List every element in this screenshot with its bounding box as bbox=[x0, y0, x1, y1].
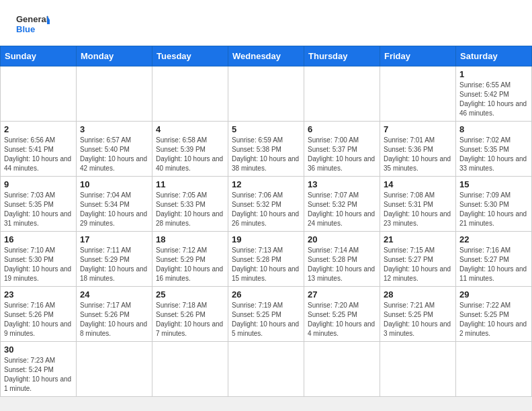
day-info: Sunrise: 6:56 AMSunset: 5:41 PMDaylight:… bbox=[4, 136, 73, 173]
day-number: 20 bbox=[308, 234, 376, 244]
day-number: 23 bbox=[4, 289, 73, 300]
day-info: Sunrise: 6:55 AMSunset: 5:42 PMDaylight:… bbox=[459, 81, 528, 118]
day-info: Sunrise: 7:15 AMSunset: 5:27 PMDaylight:… bbox=[384, 246, 452, 283]
calendar-cell: 27Sunrise: 7:20 AMSunset: 5:25 PMDayligh… bbox=[304, 287, 380, 342]
day-info: Sunrise: 7:07 AMSunset: 5:32 PMDaylight:… bbox=[308, 191, 376, 228]
calendar-cell: 10Sunrise: 7:04 AMSunset: 5:34 PMDayligh… bbox=[77, 177, 152, 232]
day-number: 11 bbox=[156, 179, 224, 189]
day-info: Sunrise: 7:17 AMSunset: 5:26 PMDaylight:… bbox=[80, 301, 148, 338]
calendar-cell: 30Sunrise: 7:23 AMSunset: 5:24 PMDayligh… bbox=[1, 342, 77, 397]
calendar-cell: 14Sunrise: 7:08 AMSunset: 5:31 PMDayligh… bbox=[380, 177, 456, 232]
day-info: Sunrise: 7:00 AMSunset: 5:37 PMDaylight:… bbox=[308, 136, 376, 173]
calendar-cell: 28Sunrise: 7:21 AMSunset: 5:25 PMDayligh… bbox=[380, 287, 456, 342]
day-number: 18 bbox=[156, 234, 224, 244]
day-number: 3 bbox=[80, 124, 148, 134]
day-number: 2 bbox=[4, 124, 73, 134]
calendar-cell bbox=[152, 66, 228, 122]
day-number: 28 bbox=[384, 289, 452, 300]
day-info: Sunrise: 7:13 AMSunset: 5:28 PMDaylight:… bbox=[232, 246, 300, 283]
calendar-cell bbox=[380, 66, 456, 122]
day-info: Sunrise: 7:01 AMSunset: 5:36 PMDaylight:… bbox=[384, 136, 452, 173]
day-info: Sunrise: 6:59 AMSunset: 5:38 PMDaylight:… bbox=[232, 136, 300, 173]
calendar-cell: 5Sunrise: 6:59 AMSunset: 5:38 PMDaylight… bbox=[228, 122, 304, 177]
day-info: Sunrise: 7:21 AMSunset: 5:25 PMDaylight:… bbox=[384, 301, 452, 338]
day-number: 7 bbox=[384, 124, 452, 134]
calendar-cell: 11Sunrise: 7:05 AMSunset: 5:33 PMDayligh… bbox=[152, 177, 228, 232]
day-info: Sunrise: 7:10 AMSunset: 5:30 PMDaylight:… bbox=[4, 246, 73, 283]
day-of-week-header: Saturday bbox=[456, 46, 532, 66]
day-of-week-header: Friday bbox=[380, 46, 456, 66]
day-of-week-header: Wednesday bbox=[228, 46, 304, 66]
calendar-cell: 24Sunrise: 7:17 AMSunset: 5:26 PMDayligh… bbox=[77, 287, 152, 342]
day-number: 29 bbox=[459, 289, 528, 300]
day-number: 15 bbox=[459, 179, 528, 189]
day-info: Sunrise: 7:04 AMSunset: 5:34 PMDaylight:… bbox=[80, 191, 148, 228]
day-info: Sunrise: 7:05 AMSunset: 5:33 PMDaylight:… bbox=[156, 191, 224, 228]
day-number: 9 bbox=[4, 179, 73, 189]
day-number: 12 bbox=[232, 179, 300, 189]
calendar-week-row: 9Sunrise: 7:03 AMSunset: 5:35 PMDaylight… bbox=[1, 177, 532, 232]
calendar-cell: 16Sunrise: 7:10 AMSunset: 5:30 PMDayligh… bbox=[1, 232, 77, 287]
day-number: 19 bbox=[232, 234, 300, 244]
calendar-cell bbox=[380, 342, 456, 397]
calendar-cell: 25Sunrise: 7:18 AMSunset: 5:26 PMDayligh… bbox=[152, 287, 228, 342]
day-info: Sunrise: 7:02 AMSunset: 5:35 PMDaylight:… bbox=[459, 136, 528, 173]
svg-text:General: General bbox=[16, 14, 48, 24]
day-number: 27 bbox=[308, 289, 376, 300]
calendar-week-row: 2Sunrise: 6:56 AMSunset: 5:41 PMDaylight… bbox=[1, 122, 532, 177]
calendar-cell: 23Sunrise: 7:16 AMSunset: 5:26 PMDayligh… bbox=[1, 287, 77, 342]
day-number: 22 bbox=[459, 234, 528, 244]
page: General Blue SundayMondayTuesdayWednesda… bbox=[0, 0, 532, 397]
day-number: 14 bbox=[384, 179, 452, 189]
day-info: Sunrise: 7:20 AMSunset: 5:25 PMDaylight:… bbox=[308, 301, 376, 338]
day-of-week-header: Thursday bbox=[304, 46, 380, 66]
calendar-cell: 7Sunrise: 7:01 AMSunset: 5:36 PMDaylight… bbox=[380, 122, 456, 177]
calendar-cell bbox=[77, 342, 152, 397]
day-number: 10 bbox=[80, 179, 148, 189]
day-of-week-header: Sunday bbox=[1, 46, 77, 66]
day-info: Sunrise: 7:18 AMSunset: 5:26 PMDaylight:… bbox=[156, 301, 224, 338]
day-info: Sunrise: 7:14 AMSunset: 5:28 PMDaylight:… bbox=[308, 246, 376, 283]
calendar-cell: 2Sunrise: 6:56 AMSunset: 5:41 PMDaylight… bbox=[1, 122, 77, 177]
calendar-week-row: 16Sunrise: 7:10 AMSunset: 5:30 PMDayligh… bbox=[1, 232, 532, 287]
day-info: Sunrise: 6:58 AMSunset: 5:39 PMDaylight:… bbox=[156, 136, 224, 173]
calendar-cell: 4Sunrise: 6:58 AMSunset: 5:39 PMDaylight… bbox=[152, 122, 228, 177]
calendar-cell: 17Sunrise: 7:11 AMSunset: 5:29 PMDayligh… bbox=[77, 232, 152, 287]
calendar-header-row: SundayMondayTuesdayWednesdayThursdayFrid… bbox=[1, 46, 532, 66]
header: General Blue bbox=[0, 0, 532, 46]
calendar-cell: 21Sunrise: 7:15 AMSunset: 5:27 PMDayligh… bbox=[380, 232, 456, 287]
day-number: 25 bbox=[156, 289, 224, 300]
day-number: 30 bbox=[4, 345, 73, 355]
day-number: 17 bbox=[80, 234, 148, 244]
day-number: 13 bbox=[308, 179, 376, 189]
calendar-cell: 18Sunrise: 7:12 AMSunset: 5:29 PMDayligh… bbox=[152, 232, 228, 287]
calendar-week-row: 1Sunrise: 6:55 AMSunset: 5:42 PMDaylight… bbox=[1, 66, 532, 122]
day-info: Sunrise: 7:03 AMSunset: 5:35 PMDaylight:… bbox=[4, 191, 73, 228]
day-info: Sunrise: 7:23 AMSunset: 5:24 PMDaylight:… bbox=[4, 356, 73, 394]
day-number: 26 bbox=[232, 289, 300, 300]
calendar-cell: 15Sunrise: 7:09 AMSunset: 5:30 PMDayligh… bbox=[456, 177, 532, 232]
calendar-cell: 3Sunrise: 6:57 AMSunset: 5:40 PMDaylight… bbox=[77, 122, 152, 177]
day-number: 6 bbox=[308, 124, 376, 134]
calendar: SundayMondayTuesdayWednesdayThursdayFrid… bbox=[0, 46, 532, 397]
day-info: Sunrise: 7:09 AMSunset: 5:30 PMDaylight:… bbox=[459, 191, 528, 228]
calendar-cell: 9Sunrise: 7:03 AMSunset: 5:35 PMDaylight… bbox=[1, 177, 77, 232]
calendar-cell: 12Sunrise: 7:06 AMSunset: 5:32 PMDayligh… bbox=[228, 177, 304, 232]
svg-text:Blue: Blue bbox=[16, 24, 35, 34]
day-info: Sunrise: 6:57 AMSunset: 5:40 PMDaylight:… bbox=[80, 136, 148, 173]
calendar-cell: 19Sunrise: 7:13 AMSunset: 5:28 PMDayligh… bbox=[228, 232, 304, 287]
day-number: 8 bbox=[459, 124, 528, 134]
calendar-week-row: 23Sunrise: 7:16 AMSunset: 5:26 PMDayligh… bbox=[1, 287, 532, 342]
calendar-cell: 26Sunrise: 7:19 AMSunset: 5:25 PMDayligh… bbox=[228, 287, 304, 342]
day-of-week-header: Tuesday bbox=[152, 46, 228, 66]
calendar-cell bbox=[152, 342, 228, 397]
day-info: Sunrise: 7:22 AMSunset: 5:25 PMDaylight:… bbox=[459, 301, 528, 338]
calendar-cell bbox=[228, 342, 304, 397]
calendar-cell: 22Sunrise: 7:16 AMSunset: 5:27 PMDayligh… bbox=[456, 232, 532, 287]
day-info: Sunrise: 7:12 AMSunset: 5:29 PMDaylight:… bbox=[156, 246, 224, 283]
calendar-cell bbox=[1, 66, 77, 122]
day-info: Sunrise: 7:19 AMSunset: 5:25 PMDaylight:… bbox=[232, 301, 300, 338]
calendar-cell: 6Sunrise: 7:00 AMSunset: 5:37 PMDaylight… bbox=[304, 122, 380, 177]
day-info: Sunrise: 7:11 AMSunset: 5:29 PMDaylight:… bbox=[80, 246, 148, 283]
day-number: 16 bbox=[4, 234, 73, 244]
